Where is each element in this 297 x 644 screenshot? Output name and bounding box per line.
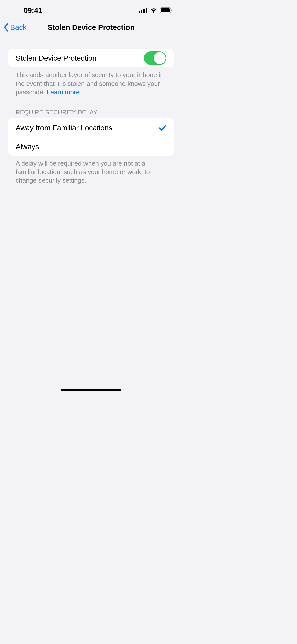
svg-rect-6 (171, 9, 172, 11)
wifi-icon (150, 8, 157, 13)
security-delay-description: A delay will be required when you are no… (8, 156, 174, 185)
protection-toggle-group: Stolen Device Protection (8, 49, 174, 67)
option-label: Away from Familiar Locations (16, 124, 112, 132)
svg-rect-0 (139, 11, 140, 13)
svg-rect-5 (161, 8, 170, 12)
svg-rect-1 (141, 10, 142, 13)
security-delay-header: REQUIRE SECURITY DELAY (8, 96, 174, 118)
learn-more-link[interactable]: Learn more… (47, 88, 86, 96)
chevron-left-icon (3, 23, 9, 32)
back-button[interactable]: Back (3, 23, 27, 32)
security-delay-group: Away from Familiar Locations Always (8, 118, 174, 156)
status-time: 09:41 (24, 6, 42, 15)
option-label: Always (16, 142, 39, 151)
status-icons (139, 7, 173, 13)
page-title: Stolen Device Protection (0, 23, 182, 32)
protection-description: This adds another layer of security to y… (8, 67, 174, 96)
cellular-signal-icon (139, 8, 147, 13)
protection-toggle-switch[interactable] (144, 51, 166, 65)
option-away-from-familiar-locations[interactable]: Away from Familiar Locations (8, 118, 174, 137)
back-button-label: Back (10, 23, 27, 32)
protection-toggle-row[interactable]: Stolen Device Protection (8, 49, 174, 67)
battery-icon (160, 7, 173, 13)
option-always[interactable]: Always (8, 137, 174, 156)
svg-rect-3 (146, 8, 147, 13)
protection-description-text: This adds another layer of security to y… (16, 71, 164, 96)
home-indicator[interactable] (61, 389, 121, 391)
checkmark-icon (159, 124, 166, 131)
status-bar: 09:41 (0, 0, 182, 18)
navigation-bar: Back Stolen Device Protection (0, 18, 182, 37)
svg-rect-2 (143, 9, 145, 13)
protection-toggle-label: Stolen Device Protection (16, 54, 96, 62)
